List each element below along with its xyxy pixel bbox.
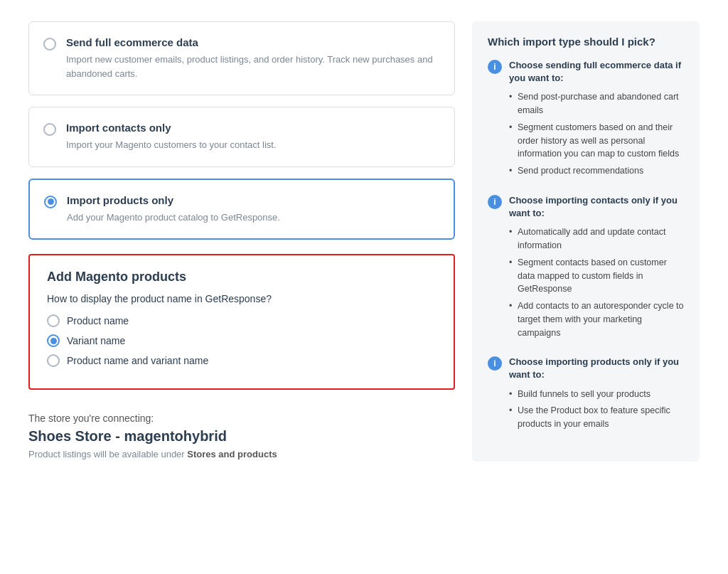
radio-product-name[interactable] xyxy=(47,314,60,327)
radio-product-variant-option[interactable]: Product name and variant name xyxy=(47,354,437,367)
store-note: Product listings will be available under… xyxy=(28,449,455,459)
right-panel: Which import type should I pick? i Choos… xyxy=(472,21,700,462)
radio-product-variant-label: Product name and variant name xyxy=(67,355,208,366)
option-full-ecommerce-content: Send full ecommerce data Import new cust… xyxy=(66,36,440,80)
info-list-products-item-1: Use the Product box to feature specific … xyxy=(509,404,684,431)
info-icon-contacts: i xyxy=(488,195,502,209)
option-products-only-title: Import products only xyxy=(67,194,439,206)
info-content-full: Choose sending full ecommerce data if yo… xyxy=(509,59,684,181)
info-block-full: i Choose sending full ecommerce data if … xyxy=(488,59,684,181)
right-panel-title: Which import type should I pick? xyxy=(488,36,684,48)
page-container: Send full ecommerce data Import new cust… xyxy=(0,0,728,483)
info-list-contacts: Automatically add and update contact inf… xyxy=(509,225,684,339)
option-contacts-only-title: Import contacts only xyxy=(66,122,440,134)
radio-product-variant[interactable] xyxy=(47,354,60,367)
radio-variant-name-label: Variant name xyxy=(67,335,125,346)
info-heading-full: Choose sending full ecommerce data if yo… xyxy=(509,59,684,85)
info-block-products: i Choose importing products only if you … xyxy=(488,356,684,435)
products-question: How to display the product name in GetRe… xyxy=(47,293,437,304)
radio-variant-name-option[interactable]: Variant name xyxy=(47,334,437,347)
info-list-contacts-item-1: Segment contacts based on customer data … xyxy=(509,256,684,296)
info-content-contacts: Choose importing contacts only if you wa… xyxy=(509,194,684,343)
radio-variant-name[interactable] xyxy=(47,334,60,347)
radio-contacts-only[interactable] xyxy=(43,123,56,136)
option-products-only-content: Import products only Add your Magento pr… xyxy=(67,194,439,225)
info-list-full-item-2: Send product recommendations xyxy=(509,164,684,178)
info-icon-products: i xyxy=(488,356,502,371)
option-contacts-only-desc: Import your Magento customers to your co… xyxy=(66,138,440,152)
option-contacts-only[interactable]: Import contacts only Import your Magento… xyxy=(28,107,455,167)
option-contacts-only-content: Import contacts only Import your Magento… xyxy=(66,122,440,152)
info-list-products-item-0: Build funnels to sell your products xyxy=(509,388,684,401)
info-content-products: Choose importing products only if you wa… xyxy=(509,356,684,435)
info-list-full: Send post-purchase and abandoned cart em… xyxy=(509,90,684,178)
store-note-link[interactable]: Stores and products xyxy=(187,449,277,459)
info-list-products: Build funnels to sell your products Use … xyxy=(509,388,684,431)
info-list-full-item-0: Send post-purchase and abandoned cart em… xyxy=(509,90,684,117)
store-name: Shoes Store - magentohybrid xyxy=(28,428,455,445)
radio-product-name-label: Product name xyxy=(67,315,129,326)
store-label: The store you're connecting: xyxy=(28,413,455,424)
products-section: Add Magento products How to display the … xyxy=(28,254,455,390)
info-heading-contacts: Choose importing contacts only if you wa… xyxy=(509,194,684,220)
option-products-only[interactable]: Import products only Add your Magento pr… xyxy=(28,179,455,240)
radio-full-ecommerce[interactable] xyxy=(43,38,56,51)
info-list-contacts-item-0: Automatically add and update contact inf… xyxy=(509,225,684,253)
radio-product-name-option[interactable]: Product name xyxy=(47,314,437,327)
info-list-contacts-item-2: Add contacts to an autoresponder cycle t… xyxy=(509,299,684,339)
option-full-ecommerce[interactable]: Send full ecommerce data Import new cust… xyxy=(28,21,455,95)
info-list-full-item-1: Segment customers based on and their ord… xyxy=(509,121,684,161)
left-panel: Send full ecommerce data Import new cust… xyxy=(28,21,455,462)
option-full-ecommerce-desc: Import new customer emails, product list… xyxy=(66,53,440,80)
info-icon-full: i xyxy=(488,60,502,74)
products-section-title: Add Magento products xyxy=(47,270,437,285)
radio-products-only[interactable] xyxy=(44,196,57,208)
store-note-prefix: Product listings will be available under xyxy=(28,449,187,459)
store-section: The store you're connecting: Shoes Store… xyxy=(28,413,455,459)
info-block-contacts: i Choose importing contacts only if you … xyxy=(488,194,684,343)
info-heading-products: Choose importing products only if you wa… xyxy=(509,356,684,381)
option-full-ecommerce-title: Send full ecommerce data xyxy=(66,36,440,48)
option-products-only-desc: Add your Magento product catalog to GetR… xyxy=(67,211,439,225)
